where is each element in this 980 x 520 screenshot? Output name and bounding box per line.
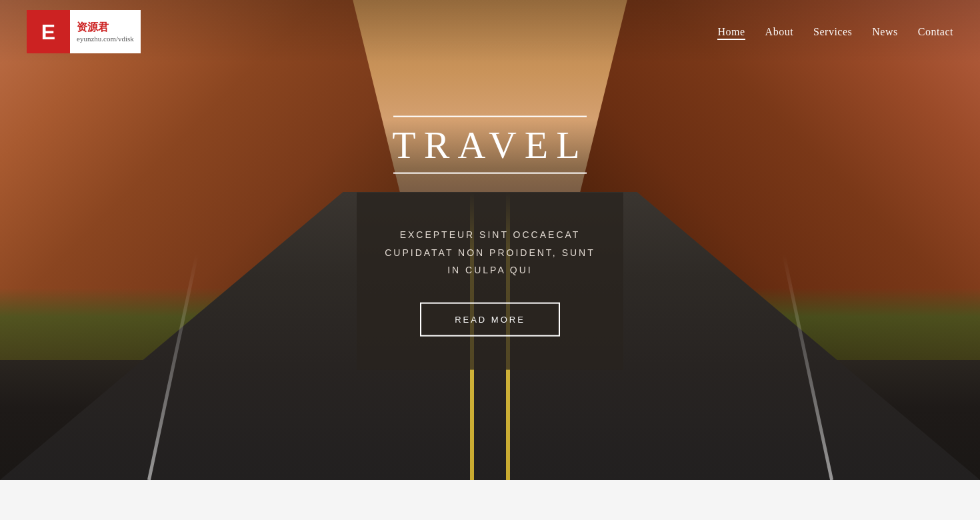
nav-item-contact[interactable]: Contact	[918, 26, 953, 38]
hero-section: E 资源君 eyunzhu.com/vdisk Home About Servi…	[0, 0, 980, 480]
logo[interactable]: E 资源君 eyunzhu.com/vdisk	[27, 10, 141, 53]
hero-box: EXCEPTEUR SINT OCCAECAT CUPIDATAT NON PR…	[357, 193, 623, 370]
nav-item-news[interactable]: News	[872, 26, 897, 38]
hero-title-wrapper: TRAVEL	[357, 111, 623, 179]
nav-link-about[interactable]: About	[765, 26, 794, 37]
logo-url: eyunzhu.com/vdisk	[77, 35, 134, 43]
nav-item-about[interactable]: About	[765, 26, 794, 38]
read-more-button[interactable]: READ MORE	[420, 302, 560, 336]
nav-link-contact[interactable]: Contact	[918, 26, 953, 37]
road-shoulder-right	[782, 254, 833, 480]
nav-link-home[interactable]: Home	[717, 26, 745, 40]
hero-line-bottom	[393, 173, 587, 174]
bottom-strip	[0, 480, 980, 520]
nav-menu: Home About Services News Contact	[717, 26, 953, 38]
hero-content: TRAVEL EXCEPTEUR SINT OCCAECAT CUPIDATAT…	[357, 111, 623, 370]
logo-chinese: 资源君	[77, 21, 134, 35]
hero-subtitle: EXCEPTEUR SINT OCCAECAT CUPIDATAT NON PR…	[383, 226, 597, 279]
nav-item-services[interactable]: Services	[813, 26, 852, 38]
nav-item-home[interactable]: Home	[717, 26, 745, 38]
nav-link-news[interactable]: News	[872, 26, 897, 37]
hero-line-top	[393, 116, 587, 117]
logo-box: E	[27, 10, 70, 53]
road-shoulder-left	[147, 254, 199, 480]
hero-title: TRAVEL	[385, 123, 594, 167]
logo-letter: E	[41, 21, 55, 43]
logo-text: 资源君 eyunzhu.com/vdisk	[70, 10, 141, 53]
nav-link-services[interactable]: Services	[813, 26, 852, 37]
navbar: E 资源君 eyunzhu.com/vdisk Home About Servi…	[0, 0, 980, 63]
